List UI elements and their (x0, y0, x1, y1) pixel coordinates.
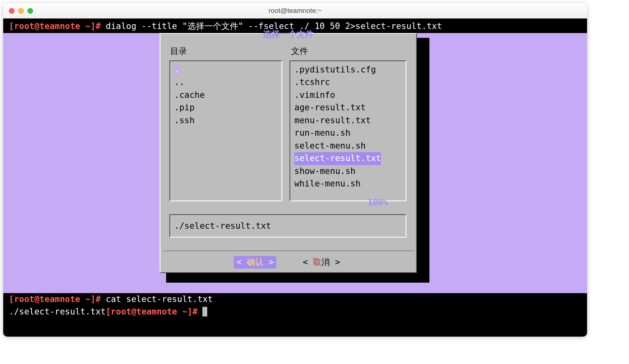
list-item[interactable]: .ssh (174, 114, 277, 127)
terminal-window: root@teamnote:~ [root@teamnote ~]# dialo… (3, 3, 587, 337)
dialog-canvas: 选择一个文件 目录 文件 ↑(-) ....cache.pip.ssh .pyd… (3, 33, 587, 293)
list-item[interactable]: select-menu.sh (294, 140, 402, 153)
terminal-body[interactable]: [root@teamnote ~]# dialog --title "选择一个文… (3, 19, 587, 337)
directories-listbox[interactable]: ....cache.pip.ssh (169, 60, 282, 201)
list-item[interactable]: .cache (174, 89, 277, 102)
file-column-header: 文件 (291, 45, 308, 58)
window-title: root@teamnote:~ (3, 7, 587, 15)
list-item[interactable]: .tcshrc (294, 76, 402, 89)
scroll-percent: 100% (368, 196, 388, 209)
prompt: [root@teamnote ~]# (9, 21, 101, 31)
output-line: ./select-result.txt[root@teamnote ~]# (3, 306, 587, 318)
files-listbox[interactable]: .pydistutils.cfg.tcshrc.viminfoage-resul… (290, 60, 406, 201)
output-text: ./select-result.txt (9, 307, 106, 316)
path-input[interactable]: ./select-result.txt (169, 214, 406, 238)
list-item[interactable]: show-menu.sh (294, 165, 402, 178)
dir-column-header: 目录 (170, 45, 187, 58)
titlebar[interactable]: root@teamnote:~ (3, 3, 587, 19)
path-value: ./select-result.txt (174, 221, 271, 231)
dialog-button-row: < 确认 > < 取消 > (160, 256, 416, 269)
cursor-icon (202, 307, 207, 316)
command-line-2: [root@teamnote ~]# cat select-result.txt (3, 293, 587, 306)
list-item[interactable]: select-result.txt (294, 152, 402, 165)
fselect-dialog: 选择一个文件 目录 文件 ↑(-) ....cache.pip.ssh .pyd… (160, 33, 417, 273)
list-item[interactable]: age-result.txt (294, 101, 402, 114)
list-item[interactable]: . (174, 64, 277, 77)
list-item[interactable]: .pydistutils.cfg (294, 64, 402, 77)
list-item[interactable]: .. (174, 76, 277, 89)
cancel-button[interactable]: < 取消 > (300, 256, 343, 269)
list-item[interactable]: run-menu.sh (294, 127, 402, 140)
prompt: [root@teamnote ~]# (9, 294, 101, 304)
list-item[interactable]: menu-result.txt (294, 114, 402, 127)
list-item[interactable]: .pip (174, 101, 277, 114)
ok-label: 确认 (247, 257, 264, 267)
prompt: [root@teamnote ~]# (106, 307, 198, 316)
ok-button[interactable]: < 确认 > (234, 256, 276, 269)
list-item[interactable]: while-menu.sh (294, 178, 402, 190)
list-item[interactable]: .viminfo (294, 89, 402, 102)
command-text: cat select-result.txt (106, 294, 213, 304)
dialog-title: 选择一个文件 (160, 28, 416, 41)
